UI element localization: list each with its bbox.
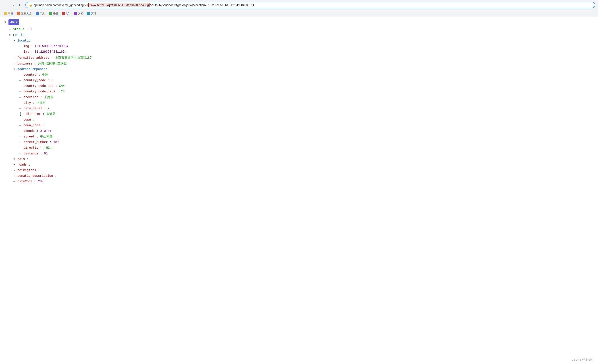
json-badge: JSON: [8, 19, 19, 25]
street-number-key: street_number :: [24, 140, 51, 145]
district-row: { — district : 黄浦区: [19, 111, 594, 117]
roads-key: roads :: [17, 162, 31, 168]
province-row: — province : 上海市: [19, 95, 594, 100]
bookmark-icon-2: [17, 12, 20, 15]
business-row: — business : 外滩,陆家嘴,董家渡: [13, 61, 594, 66]
city-level-row: — city_level : 2: [19, 106, 594, 111]
street-connector: —: [19, 134, 23, 140]
sematic-key: sematic_description :: [17, 173, 57, 179]
bookmark-icon-3: [36, 12, 39, 15]
fa-connector: —: [13, 55, 17, 61]
city-row: — city : 上海市: [19, 100, 594, 106]
citycode-key: cityCode :: [17, 179, 36, 184]
bookmark-1[interactable]: 书签: [3, 11, 15, 16]
pois-key: pois :: [17, 157, 29, 162]
bookmark-6[interactable]: 文档: [73, 11, 84, 16]
province-val: 上海市: [44, 95, 53, 100]
bookmark-label-2: 坐标大全: [21, 12, 32, 15]
cc-connector: —: [19, 78, 23, 83]
address-bar[interactable]: 🔒 api.map.baidu.com/reverse_geocoding/v3…: [25, 2, 595, 8]
city-level-val: 2: [48, 106, 50, 111]
bookmark-icon-7: [87, 12, 90, 15]
ac-expand-icon[interactable]: ▼: [13, 67, 17, 72]
json-viewer: ▼ JSON — status : 0 ▼ result ▼ location …: [0, 17, 598, 361]
root-row: ▼ JSON: [4, 19, 594, 26]
country-code-row: — country_code : 0: [19, 78, 594, 83]
bookmark-3[interactable]: 工具: [34, 11, 46, 16]
status-connector: —: [9, 26, 12, 32]
district-connector: —: [22, 111, 25, 117]
pois-expand-icon[interactable]: ▼: [13, 157, 17, 162]
back-button[interactable]: ←: [3, 2, 9, 8]
watermark: CSDN @子非我鱼: [572, 358, 594, 361]
business-key: business :: [17, 61, 36, 66]
direction-key: direction :: [24, 145, 44, 151]
lng-connector: —: [19, 43, 23, 49]
direction-row: — direction : 东北: [19, 145, 594, 151]
root-expand-icon[interactable]: ▼: [4, 20, 8, 25]
lat-key: lat :: [24, 49, 33, 55]
browser-chrome: ← → ↻ 🔒 api.map.baidu.com/reverse_geocod…: [0, 0, 598, 10]
result-expand-icon[interactable]: ▼: [9, 33, 12, 38]
town-row: — town :: [19, 117, 594, 123]
dist-connector: —: [19, 151, 23, 157]
bookmark-2[interactable]: 坐标大全: [16, 11, 33, 16]
location-key: location: [17, 38, 32, 43]
sematic-connector: —: [13, 173, 17, 179]
url-highlighted-part: ?ak=R2KzLSYqmSr05lZDlDMqc3l5DzAAa82g: [88, 3, 150, 7]
city-key: city :: [24, 100, 35, 106]
nav-buttons: ← → ↻: [3, 2, 23, 8]
city-level-key: city_level :: [24, 106, 46, 111]
url-text: api.map.baidu.com/reverse_geocoding/v3/?…: [34, 3, 592, 7]
citycode-row: — cityCode : 289: [13, 179, 594, 184]
dir-connector: —: [19, 145, 23, 151]
citycode-connector: —: [13, 179, 17, 184]
result-row: ▼ result: [4, 32, 594, 38]
address-component-row: ▼ addressComponent: [13, 66, 594, 72]
district-key: district :: [26, 111, 44, 117]
adcode-connector: —: [19, 128, 23, 134]
bookmark-4[interactable]: 链接: [48, 11, 59, 16]
country-code-val: 0: [51, 78, 53, 83]
refresh-button[interactable]: ↻: [17, 2, 23, 8]
bookmark-5[interactable]: API: [61, 12, 71, 16]
bookmark-icon-4: [49, 12, 52, 15]
country-code-iso2-row: — country_code_iso2 : CN: [19, 89, 594, 94]
citycode-val: 289: [38, 179, 43, 184]
bookmark-label-1: 书签: [8, 12, 13, 15]
pois-row: ▼ pois :: [13, 157, 594, 162]
location-expand-icon[interactable]: ▼: [13, 39, 17, 43]
address-component-key: addressComponent: [17, 66, 47, 72]
cci-connector: —: [19, 83, 23, 89]
country-code-iso-key: country_code_iso :: [24, 83, 57, 89]
tc-connector: —: [19, 123, 23, 128]
district-val: 黄浦区: [46, 111, 56, 117]
country-code-iso-row: — country_code_iso : CHN: [19, 83, 594, 89]
lat-val: 31.22932842411674: [35, 49, 66, 55]
street-number-row: — street_number : 187: [19, 140, 594, 145]
lat-connector: —: [19, 49, 23, 55]
town-code-row: — town_code :: [19, 123, 594, 128]
roads-expand-icon[interactable]: ▼: [13, 163, 17, 168]
sematic-row: — sematic_description :: [13, 173, 594, 179]
roads-row: ▼ roads :: [13, 162, 594, 168]
province-key: province :: [24, 95, 42, 100]
direction-val: 东北: [46, 145, 52, 151]
town-key: town :: [24, 117, 35, 123]
distance-key: distance :: [24, 151, 42, 157]
bookmark-label-7: 其他: [91, 12, 96, 15]
forward-button[interactable]: →: [10, 2, 16, 8]
result-key: result: [13, 32, 24, 38]
bookmarks-bar: 书签 坐标大全 工具 链接 API 文档 其他: [0, 10, 598, 17]
business-val: 外滩,陆家嘴,董家渡: [38, 61, 67, 66]
country-code-key: country_code :: [24, 78, 50, 83]
bookmark-7[interactable]: 其他: [86, 11, 98, 16]
poiregions-expand-icon[interactable]: ▼: [13, 168, 17, 173]
status-val: 0: [30, 26, 32, 32]
bookmark-label-6: 文档: [78, 12, 83, 15]
poiregions-row: ▼ poiRegions :: [13, 168, 594, 173]
bookmark-icon-6: [74, 12, 77, 15]
street-key: street :: [24, 134, 38, 140]
city-val: 上海市: [36, 100, 46, 106]
cci2-connector: —: [19, 89, 23, 94]
